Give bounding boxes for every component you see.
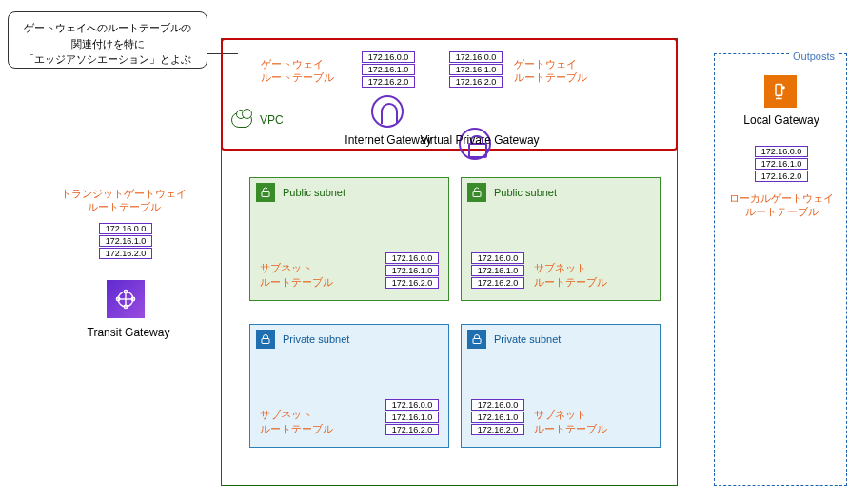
route-table: 172.16.0.0 172.16.1.0 172.16.2.0 (471, 399, 524, 435)
route-cell: 172.16.0.0 (385, 399, 439, 411)
subnet-rt-area: サブネット ルートテーブル 172.16.0.0 172.16.1.0 172.… (260, 399, 439, 435)
route-cell: 172.16.2.0 (471, 277, 524, 289)
route-cell: 172.16.0.0 (471, 252, 524, 264)
subnet-rt-area: 172.16.0.0 172.16.1.0 172.16.2.0 サブネット ル… (471, 399, 650, 435)
local-gateway-rt-label: ローカルゲートウェイ ルートテーブル (724, 191, 838, 219)
subnet-rt-label: サブネット ルートテーブル (534, 261, 650, 289)
subnet-title: Public subnet (494, 187, 557, 198)
private-subnet-2: Private subnet 172.16.0.0 172.16.1.0 172… (461, 324, 661, 448)
lgw-caption: Local Gateway (715, 113, 848, 127)
route-cell: 172.16.1.0 (471, 265, 524, 276)
route-cell: 172.16.2.0 (755, 171, 808, 182)
subnet-rt-area: サブネット ルートテーブル 172.16.0.0 172.16.1.0 172.… (260, 252, 439, 289)
lock-closed-icon (467, 330, 486, 349)
route-table-vgw: 172.16.0.0 172.16.1.0 172.16.2.0 (449, 51, 503, 88)
private-subnet-1: Private subnet サブネット ルートテーブル 172.16.0.0 … (249, 324, 449, 448)
transit-gateway-rt-label: トランジットゲートウェイ ルートテーブル (48, 187, 200, 214)
subnet-title: Private subnet (283, 333, 349, 345)
internet-gateway-icon (371, 95, 404, 128)
vgw-caption: Virtual Private Gateway (413, 133, 546, 147)
subnet-title: Private subnet (494, 333, 561, 345)
route-cell: 172.16.2.0 (362, 76, 415, 88)
callout-note: ゲートウェイへのルートテーブルの 関連付けを特に 「エッジアソシエーション」とよ… (8, 11, 207, 69)
subnet-header: Public subnet (462, 178, 660, 207)
route-table: 172.16.0.0 172.16.1.0 172.16.2.0 (385, 399, 439, 435)
route-cell: 172.16.1.0 (362, 64, 415, 75)
route-cell: 172.16.1.0 (449, 64, 503, 75)
svg-point-12 (783, 87, 785, 89)
public-subnet-1: Public subnet サブネット ルートテーブル 172.16.0.0 1… (249, 177, 449, 301)
route-cell: 172.16.2.0 (449, 76, 503, 88)
route-cell: 172.16.1.0 (755, 158, 808, 170)
subnet-header: Private subnet (462, 325, 660, 353)
transit-gateway-icon (107, 280, 145, 318)
route-cell: 172.16.2.0 (471, 424, 524, 435)
svg-rect-11 (776, 85, 782, 96)
svg-rect-3 (473, 339, 481, 344)
local-gateway-icon (764, 75, 797, 108)
route-table-lgw: 172.16.0.0 172.16.1.0 172.16.2.0 (755, 146, 808, 182)
route-table: 172.16.0.0 172.16.1.0 172.16.2.0 (471, 252, 524, 289)
subnet-rt-label: サブネット ルートテーブル (260, 261, 376, 289)
route-cell: 172.16.0.0 (471, 399, 524, 411)
route-cell: 172.16.1.0 (471, 412, 524, 423)
callout-text: ゲートウェイへのルートテーブルの 関連付けを特に 「エッジアソシエーション」とよ… (24, 22, 191, 65)
outposts-title: Outposts (789, 50, 838, 62)
route-cell: 172.16.0.0 (362, 51, 415, 63)
lock-open-icon (467, 183, 486, 202)
route-cell: 172.16.2.0 (385, 424, 439, 435)
gateway-highlight-box: ゲートウェイ ルートテーブル 172.16.0.0 172.16.1.0 172… (221, 38, 678, 151)
subnet-header: Private subnet (250, 325, 448, 353)
route-cell: 172.16.0.0 (99, 223, 152, 234)
route-cell: 172.16.0.0 (449, 51, 503, 63)
route-cell: 172.16.1.0 (385, 412, 439, 423)
gateway-route-table-label-right: ゲートウェイ ルートテーブル (514, 57, 587, 85)
route-cell: 172.16.1.0 (99, 235, 152, 247)
route-cell: 172.16.0.0 (385, 252, 439, 264)
subnet-rt-label: サブネット ルートテーブル (534, 408, 650, 435)
subnet-rt-label: サブネット ルートテーブル (260, 408, 376, 435)
subnet-header: Public subnet (250, 178, 448, 207)
gateway-route-table-label-left: ゲートウェイ ルートテーブル (261, 57, 334, 85)
tgw-caption: Transit Gateway (76, 326, 181, 339)
lock-closed-icon (256, 330, 275, 349)
route-cell: 172.16.1.0 (385, 265, 439, 276)
route-table-igw: 172.16.0.0 172.16.1.0 172.16.2.0 (362, 51, 415, 88)
route-cell: 172.16.0.0 (755, 146, 808, 157)
public-subnet-2: Public subnet 172.16.0.0 172.16.1.0 172.… (461, 177, 661, 301)
route-table-tgw: 172.16.0.0 172.16.1.0 172.16.2.0 (99, 223, 152, 259)
route-cell: 172.16.2.0 (99, 248, 152, 259)
svg-rect-1 (473, 192, 481, 197)
subnet-rt-area: 172.16.0.0 172.16.1.0 172.16.2.0 サブネット ル… (471, 252, 650, 289)
lock-open-icon (256, 183, 275, 202)
subnet-title: Public subnet (283, 187, 345, 198)
outposts-container: Outposts Local Gateway 172.16.0.0 172.16… (714, 53, 847, 486)
route-cell: 172.16.2.0 (385, 277, 439, 289)
route-table: 172.16.0.0 172.16.1.0 172.16.2.0 (385, 252, 439, 289)
svg-rect-0 (262, 192, 269, 197)
svg-rect-2 (262, 339, 269, 344)
